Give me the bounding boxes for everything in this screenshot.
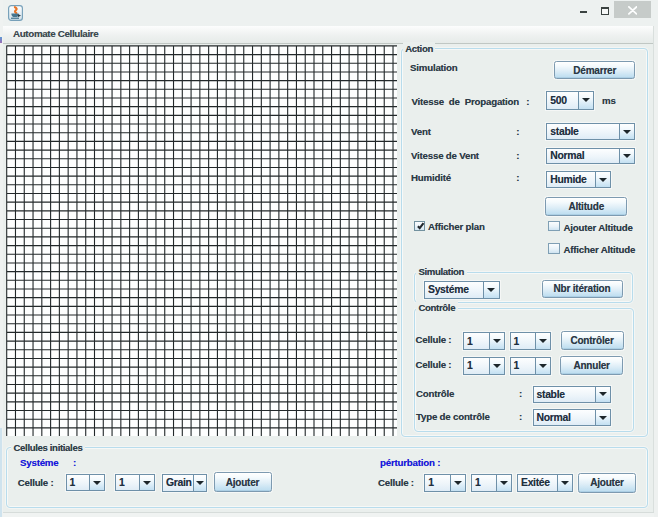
- exitee-combo-arrow[interactable]: [557, 475, 572, 491]
- cellule-row2-y-combobox[interactable]: 1: [510, 357, 552, 375]
- window-right-edge: [653, 26, 658, 517]
- exitee-combobox[interactable]: Exitée: [517, 474, 573, 492]
- chevron-down-icon: [487, 288, 495, 292]
- check-icon: [415, 221, 426, 233]
- maximize-button[interactable]: [601, 7, 609, 15]
- vitesse-vent-combo-arrow[interactable]: [619, 149, 634, 164]
- cellule-row2-x-combo-arrow[interactable]: [489, 358, 504, 374]
- altitude-button[interactable]: Altitude: [545, 197, 627, 216]
- automaton-grid-canvas[interactable]: [6, 45, 398, 436]
- minimize-button[interactable]: [580, 11, 587, 13]
- chevron-down-icon: [599, 392, 607, 396]
- humidite-colon: :: [516, 171, 519, 184]
- controle-combo-arrow[interactable]: [595, 387, 610, 402]
- exitee-value: Exitée: [518, 475, 557, 491]
- vitesse-propagation-label: Vitesse de Propagation: [412, 95, 520, 108]
- cellule-row2-x-combobox[interactable]: 1: [463, 357, 505, 375]
- systeme-cell-x-combobox[interactable]: 1: [66, 474, 105, 492]
- controle-groupbox-title: Contrôle: [416, 301, 458, 314]
- afficher-plan-checkbox[interactable]: [414, 221, 426, 232]
- grain-value: Grain: [163, 475, 193, 491]
- cellule-row1-y-combo-arrow[interactable]: [535, 333, 550, 349]
- systeme-cell-y-combobox[interactable]: 1: [115, 474, 155, 492]
- vent-combo-arrow[interactable]: [619, 124, 634, 139]
- demarrer-button-label: Démarrer: [573, 65, 616, 76]
- java-coffee-cup-icon: [8, 5, 23, 21]
- controle-label: Contrôle: [416, 387, 454, 400]
- systeme-header-label: Systéme: [20, 456, 58, 469]
- perturbation-header-label: pérturbation :: [380, 456, 440, 469]
- action-groupbox-title: Action: [403, 42, 436, 55]
- vitesse-vent-colon: :: [516, 149, 519, 162]
- perturbation-cell-x-combobox[interactable]: 1: [424, 474, 466, 492]
- menu-item-automate-cellulaire[interactable]: Automate Cellulaire: [13, 28, 98, 40]
- systeme-combo-arrow[interactable]: [483, 282, 500, 298]
- vitesse-vent-combobox[interactable]: Normal: [546, 148, 635, 165]
- chevron-down-icon: [539, 339, 547, 343]
- systeme-cell-x-value: 1: [67, 475, 89, 491]
- type-controle-colon: :: [519, 410, 522, 423]
- cellule-row1-x-combo-arrow[interactable]: [489, 333, 504, 349]
- chevron-down-icon: [539, 364, 547, 368]
- ajouter-altitude-checkbox[interactable]: [548, 221, 560, 232]
- type-controle-label: Type de contrôle: [416, 410, 490, 423]
- vitesse-propagation-combobox[interactable]: 500: [546, 91, 594, 109]
- chevron-down-icon: [582, 98, 590, 102]
- vent-value: stable: [547, 124, 619, 139]
- cellule-bottom-right-label: Cellule :: [378, 476, 414, 489]
- chevron-down-icon: [196, 481, 204, 485]
- afficher-altitude-checkbox[interactable]: [548, 243, 560, 254]
- type-controle-combo-arrow[interactable]: [595, 410, 610, 425]
- vitesse-vent-value: Normal: [547, 149, 619, 164]
- controle-combobox[interactable]: stable: [533, 386, 611, 403]
- grain-combobox[interactable]: Grain: [162, 474, 207, 492]
- cellule-row1-y-combobox[interactable]: 1: [510, 332, 552, 350]
- perturbation-cell-y-combo-arrow[interactable]: [496, 475, 511, 491]
- ajouter-perturbation-button[interactable]: Ajouter: [578, 473, 636, 493]
- systeme-cell-y-combo-arrow[interactable]: [139, 475, 154, 491]
- humidite-label: Humidité: [411, 171, 451, 184]
- vent-combobox[interactable]: stable: [546, 123, 635, 140]
- controler-button-label: Contrôler: [570, 335, 613, 346]
- type-controle-combobox[interactable]: Normal: [533, 409, 611, 426]
- cellule-row2-y-combo-arrow[interactable]: [535, 358, 550, 374]
- cellule-row2-label: Cellule :: [416, 358, 452, 371]
- cellule-row2-y-value: 1: [511, 358, 536, 374]
- chevron-down-icon: [561, 481, 569, 485]
- chevron-down-icon: [143, 481, 151, 485]
- titlebar[interactable]: [0, 0, 658, 26]
- systeme-cell-x-combo-arrow[interactable]: [89, 475, 104, 491]
- systeme-header-colon: :: [73, 456, 76, 469]
- afficher-altitude-label: Afficher Altitude: [564, 243, 636, 256]
- cellules-initiales-groupbox-title: Cellules initiales: [11, 441, 85, 454]
- nbr-iteration-button[interactable]: Nbr itération: [542, 280, 623, 299]
- cellule-row1-x-combobox[interactable]: 1: [463, 332, 505, 350]
- vitesse-propagation-combo-arrow[interactable]: [578, 92, 593, 108]
- controler-button[interactable]: Contrôler: [561, 331, 624, 350]
- perturbation-cell-y-combobox[interactable]: 1: [471, 474, 512, 492]
- grain-combo-arrow[interactable]: [193, 475, 206, 491]
- ms-unit-label: ms: [602, 94, 616, 107]
- window-left-edge-artifact: [0, 37, 2, 43]
- demarrer-button[interactable]: Démarrer: [554, 61, 635, 79]
- systeme-combobox[interactable]: Systéme: [424, 281, 500, 299]
- cellule-row2-x-value: 1: [464, 358, 489, 374]
- ajouter-systeme-button[interactable]: Ajouter: [214, 472, 272, 492]
- systeme-value: Systéme: [425, 282, 483, 298]
- simulation-label: Simulation: [410, 61, 458, 74]
- cellule-bottom-left-label: Cellule :: [18, 476, 54, 489]
- annuler-button[interactable]: Annuler: [560, 356, 623, 376]
- close-button[interactable]: [614, 1, 650, 19]
- cellule-row1-x-value: 1: [464, 333, 489, 349]
- nbr-iteration-button-label: Nbr itération: [554, 283, 611, 294]
- annuler-button-label: Annuler: [573, 360, 609, 371]
- humidite-combobox[interactable]: Humide: [546, 171, 611, 188]
- simulation-groupbox-title: Simulation: [416, 265, 467, 278]
- chevron-down-icon: [93, 481, 101, 485]
- altitude-button-label: Altitude: [568, 201, 604, 212]
- perturbation-cell-x-combo-arrow[interactable]: [450, 475, 465, 491]
- ajouter-perturbation-button-label: Ajouter: [590, 477, 624, 488]
- perturbation-cell-x-value: 1: [425, 475, 450, 491]
- humidite-combo-arrow[interactable]: [595, 172, 610, 187]
- afficher-plan-label: Afficher plan: [428, 220, 485, 233]
